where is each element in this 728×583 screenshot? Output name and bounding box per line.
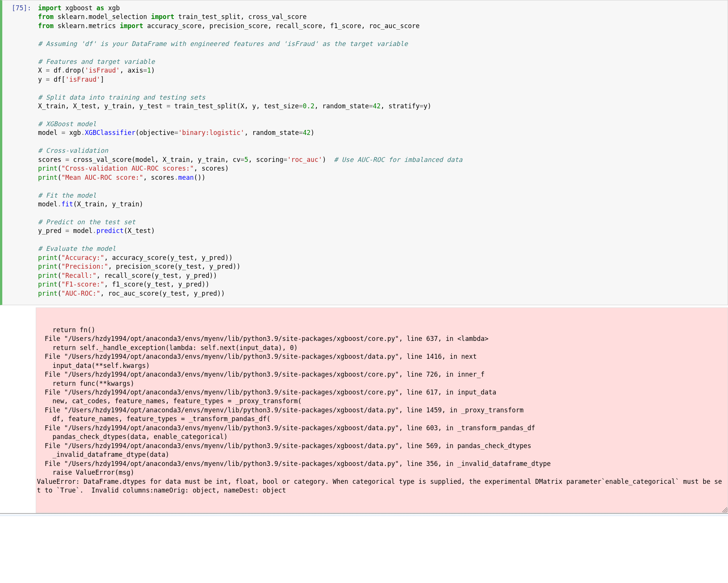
traceback-line: File "/Users/hzdy1994/opt/anaconda3/envs… [37, 370, 725, 379]
code-line: print("F1-score:", f1_score(y_test, y_pr… [38, 280, 724, 289]
resize-handle-icon[interactable] [722, 507, 728, 513]
code-line: print("Recall:", recall_score(y_test, y_… [38, 271, 724, 280]
code-line [38, 138, 724, 146]
code-line: # Predict on the test set [38, 218, 724, 227]
traceback-line: File "/Users/hzdy1994/opt/anaconda3/envs… [37, 388, 725, 397]
code-line [38, 236, 724, 244]
kw-import: import [38, 4, 61, 12]
traceback-line: File "/Users/hzdy1994/opt/anaconda3/envs… [37, 352, 725, 361]
code-line: y = df['isFraud'] [38, 75, 724, 84]
code-line [38, 182, 724, 191]
code-line [38, 84, 724, 93]
code-line: from sklearn.model_selection import trai… [38, 13, 724, 21]
code-line [38, 209, 724, 217]
output-cell: return fn() File "/Users/hzdy1994/opt/an… [0, 307, 728, 513]
code-line: X = df.drop('isFraud', axis=1) [38, 66, 724, 75]
output-prompt [0, 307, 36, 513]
traceback-line: return func(**kwargs) [37, 379, 725, 388]
traceback-line: return fn() [37, 326, 725, 334]
traceback-line: File "/Users/hzdy1994/opt/anaconda3/envs… [37, 442, 725, 450]
traceback-line: File "/Users/hzdy1994/opt/anaconda3/envs… [37, 406, 725, 415]
code-line: # Cross-validation [38, 146, 724, 155]
traceback-line: File "/Users/hzdy1994/opt/anaconda3/envs… [37, 459, 725, 468]
code-line: # Split data into training and testing s… [38, 93, 724, 102]
code-line: # XGBoost model [38, 120, 724, 128]
code-line: y_pred = model.predict(X_test) [38, 227, 724, 235]
traceback-line: File "/Users/hzdy1994/opt/anaconda3/envs… [37, 334, 725, 343]
traceback-line: ValueError: DataFrame.dtypes for data mu… [37, 477, 725, 495]
error-output[interactable]: return fn() File "/Users/hzdy1994/opt/an… [36, 307, 728, 513]
traceback-line: df, feature_names, feature_types = _tran… [37, 415, 725, 423]
notebook: [75]: import xgboost as xgb from sklearn… [0, 0, 728, 516]
code-line: print("Accuracy:", accuracy_score(y_test… [38, 253, 724, 262]
code-line: model = xgb.XGBClassifier(objective='bin… [38, 128, 724, 137]
code-line: print("Cross-validation AUC-ROC scores:"… [38, 164, 724, 173]
bottom-separator [0, 513, 728, 516]
code-line: import xgboost as xgb [38, 4, 724, 13]
code-line [38, 111, 724, 119]
traceback-line: _invalid_dataframe_dtype(data) [37, 450, 725, 459]
code-line [38, 30, 724, 39]
code-line: print("AUC-ROC:", roc_auc_score(y_test, … [38, 289, 724, 298]
code-line: # Features and target variable [38, 57, 724, 66]
code-line: # Evaluate the model [38, 244, 724, 253]
code-line [38, 48, 724, 57]
code-line: # Fit the model [38, 191, 724, 200]
traceback-line: input_data(**self.kwargs) [37, 361, 725, 370]
code-line: X_train, X_test, y_train, y_test = train… [38, 102, 724, 111]
code-line: print("Mean AUC-ROC score:", scores.mean… [38, 173, 724, 182]
code-line: # Assuming 'df' is your DataFrame with e… [38, 40, 724, 48]
code-input-area[interactable]: import xgboost as xgb from sklearn.model… [36, 0, 728, 305]
traceback-line: raise ValueError(msg) [37, 468, 725, 477]
code-line: scores = cross_val_score(model, X_train,… [38, 155, 724, 164]
code-line: model.fit(X_train, y_train) [38, 200, 724, 209]
cell-prompt: [75]: [2, 0, 36, 305]
traceback-line: return self._handle_exception(lambda: se… [37, 344, 725, 352]
traceback-line: new, cat_codes, feature_names, feature_t… [37, 397, 725, 406]
code-cell[interactable]: [75]: import xgboost as xgb from sklearn… [0, 0, 728, 305]
code-line: from sklearn.metrics import accuracy_sco… [38, 22, 724, 30]
code-line: print("Precision:", precision_score(y_te… [38, 262, 724, 271]
traceback-line: File "/Users/hzdy1994/opt/anaconda3/envs… [37, 424, 725, 432]
traceback-line: pandas_check_dtypes(data, enable_categor… [37, 432, 725, 441]
